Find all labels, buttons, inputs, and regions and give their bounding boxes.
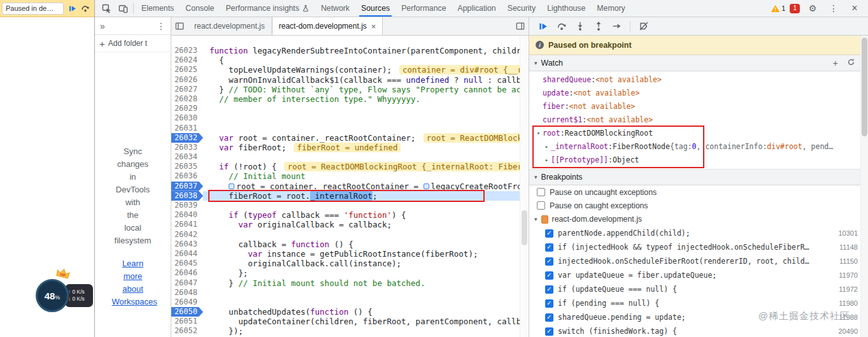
- devtools-tab-sources[interactable]: Sources: [355, 0, 395, 17]
- breakpoint-entry[interactable]: ✓if (updateQueue === null) {11972: [529, 282, 868, 296]
- line-number[interactable]: 26026: [171, 75, 203, 85]
- settings-gear-icon[interactable]: ⚙: [804, 0, 821, 17]
- line-number[interactable]: 26040: [171, 210, 203, 220]
- line-number[interactable]: 26034: [171, 152, 203, 162]
- checkbox-checked[interactable]: ✓: [545, 299, 553, 308]
- watch-item-root[interactable]: ▾root: ReactDOMBlockingRoot: [529, 127, 868, 140]
- step-into-button[interactable]: [571, 18, 588, 34]
- expand-icon[interactable]: ▸: [543, 154, 551, 167]
- warnings-badge[interactable]: 1: [771, 4, 785, 13]
- toggle-debugger-icon[interactable]: [512, 17, 529, 35]
- file-tab-react-development-js[interactable]: react.development.js: [188, 17, 272, 35]
- line-number[interactable]: 26031: [171, 124, 203, 133]
- navigator-menu-icon[interactable]: ⋮: [157, 22, 166, 31]
- checkbox-checked[interactable]: ✓: [545, 257, 553, 266]
- collapse-icon[interactable]: ▾: [534, 174, 537, 180]
- watch-item-_internalRoot[interactable]: ▸_internalRoot: FiberRootNode {tag: 0, c…: [529, 140, 868, 154]
- line-number[interactable]: 26042: [171, 230, 203, 240]
- line-number[interactable]: 26028: [171, 94, 203, 104]
- devtools-tab-lighthouse[interactable]: Lighthouse: [541, 0, 591, 17]
- device-toolbar-button[interactable]: [115, 0, 131, 17]
- page-step-over-button[interactable]: [80, 3, 90, 13]
- checkbox-checked[interactable]: ✓: [545, 271, 553, 280]
- breakpoint-entry[interactable]: ✓parentNode.appendChild(child);10301: [529, 226, 868, 240]
- inline-breakpoint-marker[interactable]: [229, 183, 234, 189]
- code-area[interactable]: 26023function legacyRenderSubtreeIntoCon…: [171, 36, 520, 337]
- debugger-scroll-thumb[interactable]: [862, 38, 867, 136]
- add-folder-button[interactable]: + Add folder t: [95, 35, 171, 52]
- workspaces-link[interactable]: LearnmoreaboutWorkspaces: [112, 257, 154, 308]
- line-number[interactable]: 26046: [171, 268, 203, 278]
- breakpoint-marker[interactable]: 26050: [171, 307, 203, 317]
- devtools-tab-console[interactable]: Console: [180, 0, 220, 17]
- checkbox-checked[interactable]: ✓: [545, 313, 553, 322]
- line-number[interactable]: 26043: [171, 240, 203, 249]
- line-number[interactable]: 26045: [171, 259, 203, 268]
- editor-scroll-thumb[interactable]: [522, 210, 527, 245]
- breakpoint-entry[interactable]: ✓if (injectedHook && typeof injectedHook…: [529, 240, 868, 254]
- more-options-icon[interactable]: ⋮: [825, 0, 842, 17]
- refresh-watch-icon[interactable]: [847, 58, 855, 68]
- add-watch-icon[interactable]: +: [833, 59, 838, 68]
- breakpoint-marker[interactable]: 26032: [171, 133, 203, 143]
- line-number[interactable]: 26048: [171, 288, 203, 298]
- debugger-scrollbar[interactable]: [860, 36, 868, 337]
- breakpoint-entry[interactable]: ✓injectedHook.onScheduleFiberRoot(render…: [529, 254, 868, 268]
- devtools-tab-performance[interactable]: Performance: [395, 0, 452, 17]
- checkbox-checked[interactable]: ✓: [545, 243, 553, 252]
- exception-toggle-0[interactable]: Pause on uncaught exceptions: [529, 185, 868, 199]
- breakpoint-marker[interactable]: 26037: [171, 182, 203, 191]
- line-number[interactable]: 26052: [171, 326, 203, 336]
- line-number[interactable]: 26033: [171, 143, 203, 152]
- watch-section-header[interactable]: ▾ Watch +: [529, 55, 868, 71]
- devtools-tab-memory[interactable]: Memory: [591, 0, 630, 17]
- collapse-icon[interactable]: ▾: [534, 127, 543, 140]
- watch-item-Prototype[interactable]: ▸[[Prototype]]: Object: [529, 154, 868, 167]
- line-number[interactable]: 26049: [171, 298, 203, 307]
- line-number[interactable]: 26035: [171, 162, 203, 171]
- step-button[interactable]: [608, 18, 625, 34]
- checkbox-checked[interactable]: ✓: [545, 285, 553, 294]
- inspect-element-button[interactable]: [98, 0, 115, 17]
- close-tab-icon[interactable]: ×: [371, 22, 376, 31]
- line-number[interactable]: 26030: [171, 113, 203, 123]
- expand-icon[interactable]: ▸: [543, 140, 551, 154]
- line-number[interactable]: 26041: [171, 220, 203, 229]
- resume-button[interactable]: [534, 18, 551, 34]
- errors-badge[interactable]: 1: [790, 4, 800, 13]
- line-number[interactable]: 26027: [171, 85, 203, 94]
- devtools-tab-security[interactable]: Security: [502, 0, 541, 17]
- line-number[interactable]: 26051: [171, 317, 203, 326]
- line-number[interactable]: 26025: [171, 65, 203, 75]
- line-number[interactable]: 26039: [171, 201, 203, 210]
- breakpoint-marker[interactable]: 26038: [171, 191, 203, 201]
- devtools-tab-elements[interactable]: Elements: [136, 0, 180, 17]
- step-over-button[interactable]: [553, 18, 570, 34]
- step-out-button[interactable]: [590, 18, 607, 34]
- checkbox-unchecked[interactable]: [537, 201, 545, 210]
- deactivate-breakpoints-button[interactable]: [635, 18, 652, 34]
- breakpoint-file-group[interactable]: ▾ react-dom.development.js: [529, 212, 868, 226]
- inline-breakpoint-marker[interactable]: [423, 183, 429, 189]
- editor-scrollbar[interactable]: [520, 36, 529, 337]
- progress-circle[interactable]: 48 %: [36, 279, 69, 312]
- collapse-icon[interactable]: ▾: [534, 60, 537, 66]
- line-number[interactable]: 26023: [171, 46, 203, 55]
- breakpoints-section-header[interactable]: ▾ Breakpoints: [529, 169, 868, 185]
- line-number[interactable]: 26044: [171, 249, 203, 259]
- devtools-tab-application[interactable]: Application: [452, 0, 502, 17]
- checkbox-checked[interactable]: ✓: [545, 229, 553, 238]
- exception-toggle-1[interactable]: Pause on caught exceptions: [529, 199, 868, 212]
- more-tabs-icon[interactable]: »: [100, 22, 105, 31]
- page-resume-button[interactable]: [67, 3, 77, 13]
- line-number[interactable]: 26024: [171, 55, 203, 65]
- line-number[interactable]: 26047: [171, 278, 203, 288]
- checkbox-unchecked[interactable]: [537, 188, 545, 196]
- line-number[interactable]: 26036: [171, 171, 203, 181]
- devtools-tab-network[interactable]: Network: [315, 0, 355, 17]
- breakpoint-entry[interactable]: ✓if (pending === null) {11980: [529, 296, 868, 310]
- line-number[interactable]: 26029: [171, 104, 203, 113]
- toggle-navigator-icon[interactable]: [171, 17, 188, 35]
- checkbox-checked[interactable]: ✓: [545, 327, 553, 336]
- devtools-tab-performance-insights[interactable]: Performance insights: [220, 0, 315, 17]
